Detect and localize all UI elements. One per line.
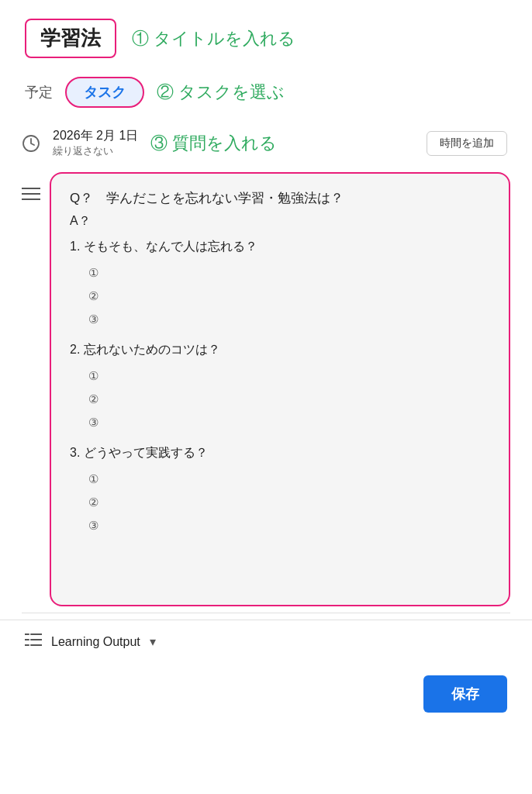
section-2-title: 2. 忘れないためのコツは？: [70, 342, 490, 358]
section-3-title: 3. どうやって実践する？: [70, 445, 490, 461]
content-row: Q？ 学んだことを忘れない学習・勉強法は？ A？ 1. そもそも、なんで人は忘れ…: [0, 166, 532, 613]
content-question: Q？ 学んだことを忘れない学習・勉強法は？: [70, 189, 490, 207]
section-3-item-1: ①: [88, 468, 490, 491]
header-row: 学習法 ① タイトルを入れる: [0, 0, 532, 71]
section-3-items: ① ② ③: [70, 468, 490, 537]
section-2-item-2: ②: [88, 388, 490, 411]
divider: [22, 613, 510, 613]
step3-label: ③ 質問を入れる: [150, 132, 414, 155]
section-3-item-3: ③: [88, 514, 490, 537]
section-1-item-2: ②: [88, 285, 490, 308]
section-1-item-3: ③: [88, 308, 490, 331]
section-3-item-2: ②: [88, 491, 490, 514]
list-icon: [25, 633, 42, 651]
task-row: 予定 タスク ② タスクを選ぶ: [0, 71, 532, 120]
section-2-item-3: ③: [88, 411, 490, 434]
section-1-title: 1. そもそも、なんで人は忘れる？: [70, 239, 490, 255]
add-time-button[interactable]: 時間を追加: [427, 131, 507, 156]
section-1-item-1: ①: [88, 261, 490, 285]
step2-label: ② タスクを選ぶ: [157, 81, 285, 104]
bottom-bar: Learning Output ▾: [0, 620, 532, 663]
task-prefix: 予定: [25, 83, 53, 102]
title-badge[interactable]: 学習法: [25, 19, 116, 58]
date-row: 2026年 2月 1日 繰り返さない ③ 質問を入れる 時間を追加: [0, 120, 532, 166]
chevron-down-icon[interactable]: ▾: [150, 634, 156, 649]
content-answer: A？: [70, 213, 490, 230]
section-2-items: ① ② ③: [70, 364, 490, 434]
date-info: 2026年 2月 1日 繰り返さない: [53, 128, 138, 158]
section-2-item-1: ①: [88, 364, 490, 388]
step1-label: ① タイトルを入れる: [132, 27, 295, 50]
save-button[interactable]: 保存: [423, 675, 507, 713]
save-row: 保存: [0, 663, 532, 731]
clock-icon: [22, 134, 40, 153]
page-container: 学習法 ① タイトルを入れる 予定 タスク ② タスクを選ぶ 2026年 2月 …: [0, 0, 532, 794]
bottom-label[interactable]: Learning Output: [51, 635, 140, 649]
section-1-items: ① ② ③: [70, 261, 490, 331]
date-main: 2026年 2月 1日: [53, 128, 138, 144]
hamburger-icon: [22, 186, 40, 206]
content-card[interactable]: Q？ 学んだことを忘れない学習・勉強法は？ A？ 1. そもそも、なんで人は忘れ…: [50, 172, 510, 606]
date-sub: 繰り返さない: [53, 144, 138, 158]
task-badge[interactable]: タスク: [65, 77, 144, 108]
